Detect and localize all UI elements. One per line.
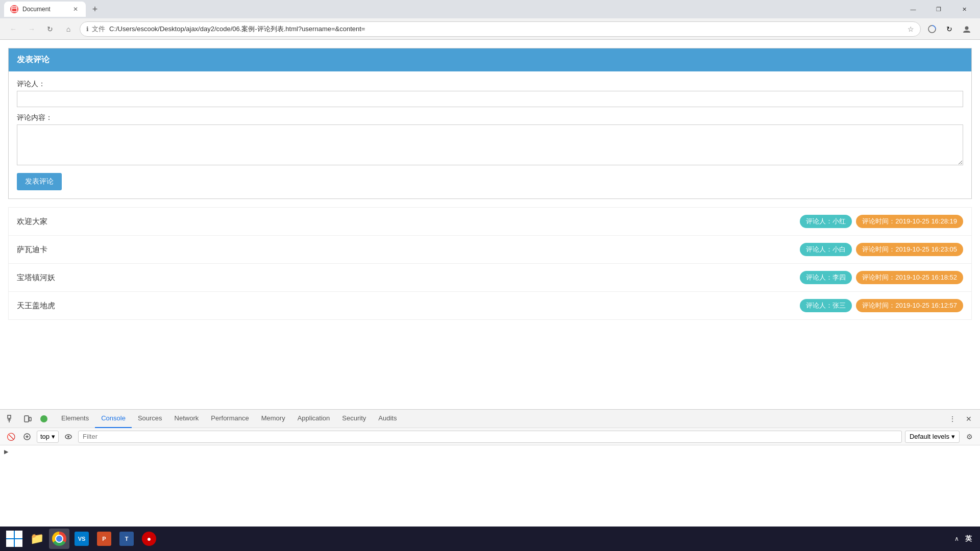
forward-button[interactable]: →	[24, 22, 39, 36]
devtools-tail: ⋮ ✕	[945, 412, 976, 426]
submit-button[interactable]: 发表评论	[17, 173, 62, 190]
svg-point-3	[965, 26, 969, 30]
devtools-toolbar: 🚫 top ▾ Default levels ▾ ⚙	[0, 428, 980, 445]
taskbar: 📁 VS P T ● ∧ 英	[0, 527, 980, 551]
context-selector[interactable]: top ▾	[37, 431, 59, 443]
comment-meta: 评论人：张三 评论时间：2019-10-25 16:12:57	[800, 299, 963, 312]
chevron-down-icon: ▾	[52, 433, 55, 440]
windows-icon	[6, 531, 22, 547]
chevron-down-icon-2: ▾	[951, 433, 955, 440]
devtools-more-icon[interactable]: ⋮	[945, 412, 960, 426]
context-value: top	[40, 433, 50, 440]
console-row[interactable]: ▶	[4, 447, 976, 456]
comment-meta: 评论人：小白 评论时间：2019-10-25 16:23:05	[800, 243, 963, 256]
devtools-panel: ElementsConsoleSourcesNetworkPerformance…	[0, 409, 980, 527]
url-bar[interactable]: ℹ 文件 C:/Users/escook/Desktop/ajax/day2/c…	[80, 21, 921, 37]
svg-rect-0	[12, 7, 17, 12]
new-tab-button[interactable]: +	[88, 2, 102, 16]
browser-tab[interactable]: Document ✕	[4, 2, 86, 17]
taskbar-word[interactable]: T	[116, 529, 137, 549]
author-group: 评论人：	[17, 80, 963, 107]
console-eye-icon[interactable]	[62, 430, 75, 443]
comment-content: 萨瓦迪卡	[17, 245, 800, 255]
taskbar-vscode[interactable]: VS	[71, 529, 92, 549]
comment-content: 宝塔镇河妖	[17, 273, 800, 283]
reload-ext-button[interactable]: ↻	[942, 22, 957, 36]
start-button[interactable]	[4, 529, 24, 549]
taskbar-ppt[interactable]: P	[94, 529, 114, 549]
ext-icon-1[interactable]	[925, 22, 939, 36]
devtools-tab-memory[interactable]: Memory	[255, 410, 291, 428]
taskbar-chrome[interactable]	[49, 529, 69, 549]
comment-time-badge: 评论时间：2019-10-25 16:23:05	[856, 243, 963, 256]
tab-favicon	[10, 5, 18, 13]
window-controls: — ❐ ✕	[901, 0, 976, 18]
taskbar-sys-area: ∧ 英	[948, 533, 976, 544]
comment-list: 欢迎大家 评论人：小红 评论时间：2019-10-25 16:28:19 萨瓦迪…	[8, 207, 972, 320]
taskbar-red-app[interactable]: ●	[139, 529, 159, 549]
back-button[interactable]: ←	[6, 22, 20, 36]
console-clear-button[interactable]: 🚫	[4, 430, 17, 443]
author-label: 评论人：	[17, 80, 963, 89]
devtools-dot-icon[interactable]	[37, 412, 51, 426]
sys-chevron-icon[interactable]: ∧	[952, 533, 961, 544]
taskbar-explorer[interactable]: 📁	[27, 529, 47, 549]
console-arrow-icon: ▶	[4, 448, 8, 455]
extension-icons: ↻	[925, 22, 974, 36]
comment-author-badge: 评论人：李四	[800, 271, 852, 284]
devtools-tab-security[interactable]: Security	[336, 410, 372, 428]
devtools-tab-application[interactable]: Application	[291, 410, 336, 428]
content-textarea[interactable]	[17, 124, 963, 165]
devtools-inspect-icon[interactable]	[4, 412, 18, 426]
devtools-console-area: ▶	[0, 445, 980, 527]
title-bar: Document ✕ + — ❐ ✕	[0, 0, 980, 18]
bookmark-icon[interactable]: ☆	[908, 25, 914, 33]
content-label: 评论内容：	[17, 113, 963, 122]
folder-icon: 📁	[30, 532, 44, 545]
console-filter-toggle[interactable]	[20, 430, 34, 443]
devtools-tab-sources[interactable]: Sources	[132, 410, 168, 428]
comment-author-badge: 评论人：张三	[800, 299, 852, 312]
url-prefix: 文件	[92, 24, 105, 34]
minimize-button[interactable]: —	[901, 0, 925, 18]
devtools-tab-network[interactable]: Network	[168, 410, 205, 428]
word-icon: T	[119, 532, 134, 546]
profile-icon[interactable]	[960, 22, 974, 36]
devtools-tab-performance[interactable]: Performance	[205, 410, 255, 428]
tab-title: Document	[22, 6, 67, 13]
comment-item: 天王盖地虎 评论人：张三 评论时间：2019-10-25 16:12:57	[9, 292, 971, 319]
comment-content: 天王盖地虎	[17, 301, 800, 311]
comment-meta: 评论人：李四 评论时间：2019-10-25 16:18:52	[800, 271, 963, 284]
devtools-tabs-bar: ElementsConsoleSourcesNetworkPerformance…	[0, 410, 980, 428]
log-levels-select[interactable]: Default levels ▾	[905, 431, 960, 443]
console-filter-input[interactable]	[78, 431, 902, 443]
devtools-tab-console[interactable]: Console	[95, 410, 132, 428]
comment-time-badge: 评论时间：2019-10-25 16:12:57	[856, 299, 963, 312]
comment-author-badge: 评论人：小红	[800, 215, 852, 228]
comment-item: 宝塔镇河妖 评论人：李四 评论时间：2019-10-25 16:18:52	[9, 264, 971, 292]
ppt-icon: P	[97, 532, 111, 546]
sys-lang-indicator: 英	[965, 534, 972, 543]
comment-time-badge: 评论时间：2019-10-25 16:18:52	[856, 271, 963, 284]
devtools-tab-audits[interactable]: Audits	[372, 410, 403, 428]
close-button[interactable]: ✕	[952, 0, 976, 18]
reload-button[interactable]: ↻	[43, 22, 57, 36]
red-app-icon: ●	[142, 532, 156, 546]
lock-icon: ℹ	[86, 26, 89, 33]
devtools-device-icon[interactable]	[20, 412, 35, 426]
devtools-tab-elements[interactable]: Elements	[55, 410, 95, 428]
home-button[interactable]: ⌂	[61, 22, 76, 36]
maximize-button[interactable]: ❐	[927, 0, 950, 18]
comment-form: 发表评论 评论人： 评论内容： 发表评论	[8, 48, 972, 199]
comment-item: 萨瓦迪卡 评论人：小白 评论时间：2019-10-25 16:23:05	[9, 236, 971, 264]
svg-rect-4	[8, 415, 11, 418]
form-header: 发表评论	[9, 48, 971, 71]
svg-rect-8	[29, 417, 31, 421]
author-input[interactable]	[17, 91, 963, 107]
page-content: 发表评论 评论人： 评论内容： 发表评论 欢迎大家 评论	[0, 40, 980, 409]
tab-close-button[interactable]: ✕	[71, 5, 80, 13]
devtools-settings-icon[interactable]: ⚙	[963, 430, 976, 443]
form-body: 评论人： 评论内容： 发表评论	[9, 71, 971, 198]
chrome-icon	[52, 532, 66, 546]
devtools-close-icon[interactable]: ✕	[962, 412, 976, 426]
